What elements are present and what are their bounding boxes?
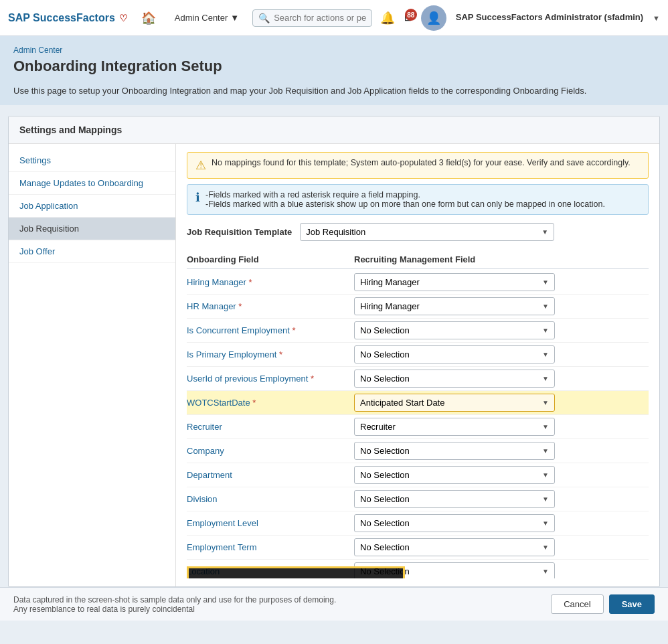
dropdown-wotc-start-date[interactable]: Anticipated Start Date ▼ xyxy=(354,394,555,412)
watermark-overlay: Captured from a Demo xyxy=(187,566,405,578)
template-select[interactable]: Job Requisition ▼ xyxy=(300,223,554,241)
admin-center-button[interactable]: Admin Center ▼ xyxy=(169,10,244,25)
user-name: SAP SuccessFactors Administrator (sfadmi… xyxy=(456,11,643,23)
dropdown-department[interactable]: No Selection ▼ xyxy=(354,466,555,484)
notification-button[interactable]: ⊞ 88 xyxy=(404,13,412,23)
brand-logo: SAP SuccessFactors ♡ xyxy=(8,12,128,24)
dropdown-value: No Selection xyxy=(360,518,410,528)
user-info[interactable]: SAP SuccessFactors Administrator (sfadmi… xyxy=(456,11,643,23)
dropdown-value: No Selection xyxy=(360,494,410,504)
footer-text: Data captured in the screen-shot is samp… xyxy=(13,595,551,614)
footer: Data captured in the screen-shot is samp… xyxy=(0,587,668,621)
table-row: UserId of previous Employment * No Selec… xyxy=(187,367,649,391)
info-line-1: -Fields marked with a red asterisk requi… xyxy=(205,190,605,199)
footer-text-line1: Data captured in the screen-shot is samp… xyxy=(13,595,551,605)
save-button[interactable]: Save xyxy=(609,594,655,614)
table-row: Hiring Manager * Hiring Manager ▼ xyxy=(187,270,649,295)
dropdown-caret-icon: ▼ xyxy=(542,471,549,479)
page-title: Onboarding Integration Setup xyxy=(13,58,655,75)
nav-right: 🔔 ⊞ 88 👤 SAP SuccessFactors Administrato… xyxy=(380,5,660,31)
field-name-company: Company xyxy=(187,446,354,456)
mapping-rows-container: Hiring Manager * Hiring Manager ▼ HR Man… xyxy=(187,270,649,578)
dropdown-division[interactable]: No Selection ▼ xyxy=(354,490,555,508)
warning-alert: ⚠ No mappings found for this template; S… xyxy=(187,152,649,179)
sidebar-item-settings[interactable]: Settings xyxy=(9,149,175,172)
table-row: Department No Selection ▼ xyxy=(187,463,649,487)
info-line-2: -Fields marked with a blue asterisk show… xyxy=(205,199,605,209)
dropdown-primary-employment[interactable]: No Selection ▼ xyxy=(354,345,555,364)
sidebar-item-job-offer[interactable]: Job Offer xyxy=(9,240,175,263)
info-alert: ℹ -Fields marked with a red asterisk req… xyxy=(187,184,649,215)
field-name-employment-term: Employment Term xyxy=(187,542,354,552)
sidebar-item-manage-updates[interactable]: Manage Updates to Onboarding xyxy=(9,172,175,195)
brand-heart: ♡ xyxy=(119,13,128,23)
search-input[interactable] xyxy=(274,13,366,23)
dropdown-value: Hiring Manager xyxy=(360,301,420,311)
top-nav: SAP SuccessFactors ♡ 🏠 Admin Center ▼ 🔍 … xyxy=(0,0,668,36)
field-name-hiring-manager: Hiring Manager * xyxy=(187,277,354,287)
dropdown-employment-level[interactable]: No Selection ▼ xyxy=(354,514,555,532)
cancel-button[interactable]: Cancel xyxy=(551,594,603,614)
home-button[interactable]: 🏠 xyxy=(136,8,161,28)
template-row: Job Requisition Template Job Requisition… xyxy=(187,223,649,241)
asterisk-icon: * xyxy=(279,349,282,359)
dropdown-hr-manager[interactable]: Hiring Manager ▼ xyxy=(354,297,555,315)
dropdown-company[interactable]: No Selection ▼ xyxy=(354,442,555,460)
field-table-header: Onboarding Field Recruiting Management F… xyxy=(187,250,649,269)
dropdown-caret-icon: ▼ xyxy=(542,351,549,358)
info-alert-text: -Fields marked with a red asterisk requi… xyxy=(205,190,605,209)
dropdown-value: Recruiter xyxy=(360,422,396,432)
template-label: Job Requisition Template xyxy=(187,227,292,237)
dropdown-userid-previous[interactable]: No Selection ▼ xyxy=(354,370,555,388)
dropdown-hiring-manager[interactable]: Hiring Manager ▼ xyxy=(354,273,555,291)
page-header: Admin Center Onboarding Integration Setu… xyxy=(0,36,668,82)
col-header-onboarding: Onboarding Field xyxy=(187,254,354,264)
dropdown-employment-term[interactable]: No Selection ▼ xyxy=(354,538,555,556)
dropdown-value: No Selection xyxy=(360,470,410,480)
table-row: Is Concurrent Employment * No Selection … xyxy=(187,319,649,343)
dropdown-value: Anticipated Start Date xyxy=(360,398,444,408)
warning-icon: ⚠ xyxy=(195,158,206,173)
watermark-text: Captured from a Demo xyxy=(202,576,390,578)
dropdown-concurrent-employment[interactable]: No Selection ▼ xyxy=(354,321,555,339)
table-row: HR Manager * Hiring Manager ▼ xyxy=(187,295,649,319)
info-banner: Use this page to setup your Onboarding I… xyxy=(0,82,668,105)
brand-name: SAP SuccessFactors xyxy=(8,12,115,24)
dropdown-caret-icon: ▼ xyxy=(542,519,549,527)
bell-icon[interactable]: 🔔 xyxy=(380,11,395,25)
dropdown-caret-icon: ▼ xyxy=(542,399,549,406)
sidebar-item-job-application[interactable]: Job Application xyxy=(9,195,175,218)
info-banner-text: Use this page to setup your Onboarding I… xyxy=(13,86,586,96)
table-row: WOTCStartDate * Anticipated Start Date ▼ xyxy=(187,391,649,415)
info-icon: ℹ xyxy=(195,190,200,205)
template-value: Job Requisition xyxy=(306,227,365,237)
table-row: Division No Selection ▼ xyxy=(187,487,649,511)
dropdown-value: No Selection xyxy=(360,542,410,552)
asterisk-icon: * xyxy=(249,277,252,287)
field-name-division: Division xyxy=(187,494,354,504)
settings-panel: Settings and Mappings Settings Manage Up… xyxy=(8,116,660,587)
avatar[interactable]: 👤 xyxy=(421,5,446,31)
dropdown-caret-icon: ▼ xyxy=(542,423,549,430)
asterisk-icon: * xyxy=(311,374,314,384)
field-name-recruiter: Recruiter xyxy=(187,422,354,432)
dropdown-caret-icon: ▼ xyxy=(542,327,549,334)
user-dropdown-caret[interactable]: ▼ xyxy=(653,14,660,22)
dropdown-caret-icon: ▼ xyxy=(542,495,549,503)
admin-center-label: Admin Center xyxy=(175,13,228,23)
table-row: Recruiter Recruiter ▼ xyxy=(187,415,649,439)
main-content: ⚠ No mappings found for this template; S… xyxy=(176,144,659,586)
breadcrumb[interactable]: Admin Center xyxy=(13,46,655,55)
dropdown-caret-icon: ▼ xyxy=(542,303,549,310)
footer-text-line2: Any resemblance to real data is purely c… xyxy=(13,605,551,614)
search-bar[interactable]: 🔍 xyxy=(252,9,372,27)
field-name-wotc-start-date: WOTCStartDate * xyxy=(187,398,354,408)
col-header-recruiting: Recruiting Management Field xyxy=(354,254,649,264)
warning-text: No mappings found for this template; Sys… xyxy=(212,158,631,167)
content-area: Settings and Mappings Settings Manage Up… xyxy=(0,105,668,587)
field-name-hr-manager: HR Manager * xyxy=(187,301,354,311)
sidebar-item-job-requisition[interactable]: Job Requisition xyxy=(9,218,175,240)
asterisk-icon: * xyxy=(238,301,242,311)
dropdown-recruiter[interactable]: Recruiter ▼ xyxy=(354,418,555,436)
field-name-primary-employment: Is Primary Employment * xyxy=(187,349,354,359)
